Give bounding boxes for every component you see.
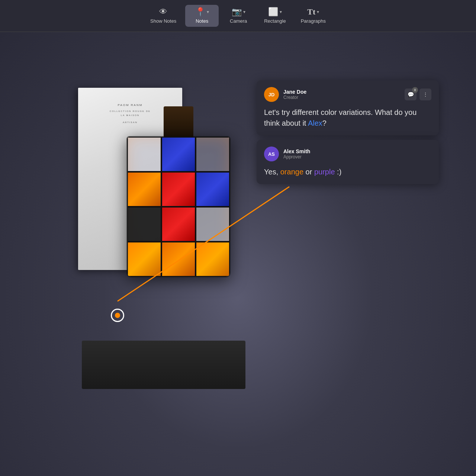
comment-header-2: AS Alex Smith Approver [264,147,431,161]
reply-button-1[interactable]: 💬 0 [405,89,416,100]
grid-cell-8 [161,207,196,242]
notes-icon: 📍 [195,8,205,16]
camera-chevron-icon: ▾ [243,9,245,15]
reply-icon: 💬 [408,91,414,97]
grid-cell-9 [196,207,230,242]
camera-icon: 📷 [232,8,242,16]
camera-label: Camera [230,18,247,24]
user-role-1: Creator [283,95,306,100]
show-notes-label: Show Notes [150,18,176,24]
more-icon: ⋮ [423,91,428,97]
user-info-2: Alex Smith Approver [283,148,310,160]
comment-mention-alex: Alex [308,119,322,127]
toolbar: 👁 Show Notes 📍 ▾ Notes 📷 ▾ Camera ⬜ ▾ Re… [0,0,476,32]
bottle-cap [164,106,193,140]
comment-user-1: JD Jane Doe Creator [264,87,306,102]
comment-text-plain-5: :) [335,168,342,176]
comment-text-plain-2: ? [322,119,327,127]
eye-icon: 👁 [159,8,167,16]
comment-card-1: JD Jane Doe Creator 💬 0 ⋮ [257,80,439,135]
toolbar-item-camera[interactable]: 📷 ▾ Camera [222,5,255,27]
rectangle-chevron-icon: ▾ [280,9,282,15]
paragraphs-chevron-icon: ▾ [317,9,319,15]
grid-cell-10 [127,242,161,277]
paragraphs-label: Paragraphs [301,18,326,24]
comment-text-purple: purple [314,168,335,176]
avatar-as: AS [264,147,279,161]
grid-cell-7 [127,207,161,242]
grid-cell-11 [161,242,196,277]
notes-chevron-icon: ▾ [207,9,209,15]
user-info-1: Jane Doe Creator [283,89,306,100]
avatar-jd: JD [264,87,279,102]
grid-cell-5 [161,172,196,207]
comment-text-plain-4: or [303,168,314,176]
rectangle-icon: ⬜ [268,8,278,16]
rectangle-label: Rectangle [264,18,286,24]
user-role-2: Approver [283,154,310,160]
user-name-1: Jane Doe [283,89,306,95]
grid-cell-2 [161,137,196,172]
toolbar-item-paragraphs[interactable]: Tt ▾ Paragraphs [295,5,332,27]
comment-user-2: AS Alex Smith Approver [264,147,310,161]
perfume-bottle [119,106,238,292]
scene-container: PAOM RANM COLLECTION ROUGE DE LA MAISON … [45,69,275,404]
user-name-2: Alex Smith [283,148,310,154]
grid-cell-12 [196,242,230,277]
toolbar-item-notes[interactable]: 📍 ▾ Notes [185,5,219,27]
grid-cell-1 [127,137,161,172]
comment-text-2: Yes, orange or purple :) [264,167,431,177]
grid-cell-4 [127,172,161,207]
comment-header-1: JD Jane Doe Creator 💬 0 ⋮ [264,87,431,102]
comment-card-2: AS Alex Smith Approver Yes, orange or pu… [257,140,439,184]
comment-text-1: Let's try different color variations. Wh… [264,107,431,129]
more-button-1[interactable]: ⋮ [419,89,431,100]
comment-text-plain-1: Let's try different color variations. Wh… [264,108,416,127]
notes-label: Notes [196,18,208,24]
bottle-grid [127,137,230,277]
canvas-area: PAOM RANM COLLECTION ROUGE DE LA MAISON … [0,32,476,476]
perfume-platform [82,341,245,389]
reply-count-1: 0 [412,87,418,93]
anchor-dot-inner [115,313,120,318]
bottle-body [126,136,231,277]
comment-actions-1: 💬 0 ⋮ [405,89,431,100]
comments-container: JD Jane Doe Creator 💬 0 ⋮ [257,80,439,184]
paragraphs-icon: Tt [307,8,315,16]
comment-text-plain-3: Yes, [264,168,280,176]
toolbar-item-show-notes[interactable]: 👁 Show Notes [144,5,182,27]
comment-text-orange: orange [280,168,303,176]
toolbar-item-rectangle[interactable]: ⬜ ▾ Rectangle [258,5,292,27]
annotation-anchor [111,309,124,322]
grid-cell-3 [196,137,230,172]
grid-cell-6 [196,172,230,207]
